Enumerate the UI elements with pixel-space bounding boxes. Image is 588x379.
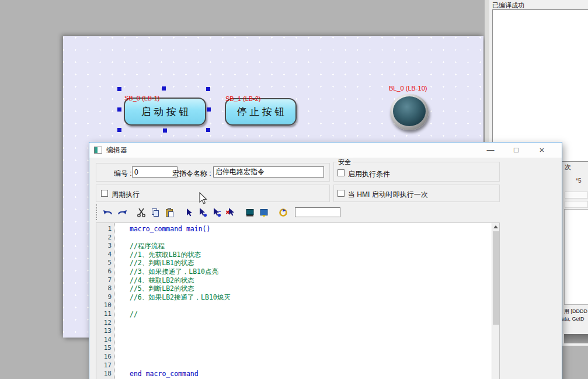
redo-icon [117, 207, 127, 218]
code-line[interactable] [130, 301, 491, 310]
line-number: 15 [96, 344, 114, 353]
code-line[interactable] [130, 353, 491, 361]
line-number: 16 [96, 353, 114, 361]
transfer-icon [259, 207, 269, 218]
code-editor[interactable]: 123456789101112131415161718 macro_comman… [96, 222, 500, 379]
number-label: 编号 : [114, 169, 132, 179]
periodic-group: 周期执行 [96, 185, 330, 202]
breakpoint-pointer-icon [183, 207, 194, 218]
line-numbers: 123456789101112131415161718 [96, 223, 114, 379]
partial-list-box [564, 209, 588, 305]
code-line[interactable] [130, 361, 491, 370]
code-line[interactable]: //程序流程 [130, 242, 491, 251]
line-number: 18 [96, 370, 114, 378]
minimize-button[interactable]: — [478, 142, 503, 158]
line-number: 13 [96, 327, 114, 336]
lamp-core [393, 96, 426, 126]
background-window-bottom-bar [564, 334, 588, 343]
periodic-checkbox[interactable] [101, 190, 108, 197]
line-number: 8 [96, 284, 114, 293]
code-line[interactable]: //4、获取LB2的状态 [130, 276, 491, 285]
transfer-button[interactable] [257, 207, 271, 218]
line-number: 12 [96, 319, 114, 328]
compile-icon [245, 207, 255, 218]
selection-handle[interactable] [163, 128, 167, 133]
security-group: 安全 启用执行条件 [333, 162, 500, 182]
security-group-label: 安全 [336, 158, 353, 166]
redo-button[interactable] [115, 207, 129, 218]
copy-button[interactable] [148, 207, 162, 218]
scroll-up-button[interactable] [492, 223, 499, 231]
macro-name-input[interactable] [213, 166, 324, 178]
breakpoint-pointer-button[interactable] [182, 207, 196, 218]
paste-icon [164, 207, 175, 218]
startup-run-checkbox[interactable] [338, 190, 345, 197]
paste-button[interactable] [162, 207, 176, 218]
cut-icon [136, 207, 147, 218]
find-input[interactable] [295, 207, 340, 217]
code-line[interactable]: //2、判断LB1的状态 [130, 259, 491, 267]
bookmark-add-icon [197, 207, 208, 218]
selection-handle[interactable] [117, 87, 121, 91]
bookmark-add-button[interactable] [196, 207, 210, 218]
code-line[interactable] [130, 336, 491, 345]
line-number: 5 [96, 259, 114, 267]
code-line[interactable] [130, 344, 491, 353]
code-line[interactable]: macro_command main() [130, 225, 491, 234]
line-number: 6 [96, 267, 114, 276]
selection-handle[interactable] [117, 107, 121, 112]
bookmark-next-button[interactable] [210, 207, 224, 218]
macro-name-label: 宏指令名称 : [172, 169, 211, 179]
selection-handle[interactable] [206, 87, 210, 91]
cut-button[interactable] [134, 207, 148, 218]
code-line[interactable] [130, 234, 491, 242]
undo-button[interactable] [101, 207, 115, 218]
selection-handle[interactable] [162, 86, 166, 91]
selection-handle[interactable] [117, 128, 121, 132]
code-lines[interactable]: macro_command main()//程序流程//1、先获取LB1的状态/… [114, 223, 499, 379]
selection-handle[interactable] [207, 107, 211, 112]
code-line[interactable]: //1、先获取LB1的状态 [130, 251, 491, 259]
partial-text-usage-1: 用 [DDDD [564, 308, 587, 315]
line-number: 17 [96, 361, 114, 370]
code-line[interactable] [130, 327, 491, 336]
bookmark-next-icon [211, 207, 222, 218]
start-button-id-label: SB_0 (LB-1) [124, 95, 160, 102]
line-number: 2 [96, 234, 114, 242]
code-line[interactable]: // [130, 310, 491, 319]
vertical-scrollbar[interactable] [492, 223, 499, 379]
partial-groupbox [565, 201, 588, 208]
code-line[interactable]: //3、如果接通了，LB10点亮 [130, 267, 491, 276]
find-icon [278, 207, 288, 218]
partial-text-times: 次 [565, 163, 571, 172]
stop-button-widget[interactable]: 停 止 按 钮 [225, 98, 297, 126]
code-line[interactable]: end macro_command [130, 370, 491, 378]
code-line[interactable]: //5、判断LB2的状态 [130, 284, 491, 293]
partial-groupbox [565, 192, 588, 199]
number-input[interactable] [132, 166, 178, 178]
startup-run-group: 当 HMI 启动时即执行一次 [333, 185, 500, 202]
line-number: 9 [96, 293, 114, 302]
compile-button[interactable] [243, 207, 257, 218]
macro-id-group: 编号 : 宏指令名称 : [96, 163, 330, 182]
code-line[interactable]: //6、如果LB2接通了，LB10熄灭 [130, 293, 491, 302]
indicator-lamp-widget[interactable] [390, 94, 429, 130]
line-number: 4 [96, 251, 114, 259]
find-button[interactable] [276, 207, 290, 218]
line-number: 7 [96, 276, 114, 285]
scrollbar-thumb[interactable] [493, 231, 499, 325]
bookmark-clear-icon [225, 207, 236, 218]
code-line[interactable] [130, 319, 491, 328]
maximize-button[interactable]: □ [503, 142, 529, 158]
undo-icon [103, 207, 113, 218]
dialog-titlebar[interactable]: 编辑器 — □ × [89, 142, 562, 158]
lamp-id-label: BL_0 (LB-10) [389, 85, 427, 92]
selection-handle[interactable] [206, 128, 210, 132]
line-number: 3 [96, 242, 114, 251]
close-button[interactable]: × [529, 142, 555, 158]
bookmark-clear-button[interactable] [224, 207, 238, 218]
line-number: 11 [96, 310, 114, 319]
copy-icon [150, 207, 161, 218]
enable-condition-checkbox[interactable] [338, 169, 345, 176]
start-button-widget[interactable]: 启 动 按 钮 [124, 98, 206, 126]
